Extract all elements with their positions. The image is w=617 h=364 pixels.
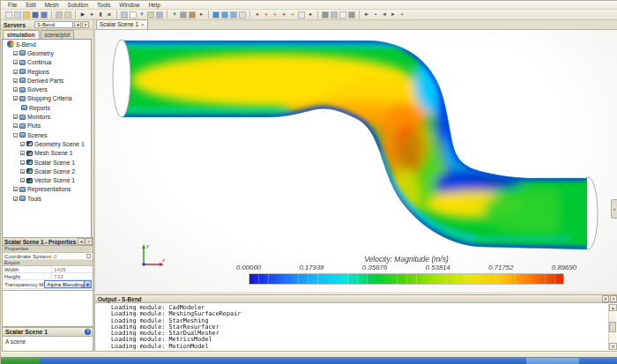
help-icon[interactable]: ?	[85, 329, 91, 335]
marker-icon[interactable]: ▪	[398, 11, 405, 19]
panel-dock-button[interactable]: ◄	[74, 21, 81, 28]
connect-server-icon[interactable]	[14, 11, 21, 19]
highlight-icon[interactable]: ●	[289, 11, 296, 19]
start-button[interactable]	[1, 357, 40, 364]
color-sphere-icon[interactable]: ●	[280, 11, 287, 19]
new-simulation-icon[interactable]	[5, 11, 12, 19]
output-log[interactable]: Loading module: CadModelerLoading module…	[94, 303, 617, 352]
tree-expander-icon[interactable]: +	[13, 51, 18, 56]
paste-icon[interactable]	[64, 11, 71, 19]
tree-expander-icon[interactable]: +	[13, 60, 18, 64]
menu-tools[interactable]: Tools	[93, 1, 115, 9]
tree-item-geometry-scene-1[interactable]: +Geometry Scene 1	[3, 139, 91, 148]
tree-expander-icon[interactable]: +	[13, 87, 18, 92]
scroll-down-icon[interactable]: ▼	[609, 343, 617, 350]
solid-view-icon[interactable]	[348, 11, 355, 19]
tree-item-vector-scene-1[interactable]: +Vector Scene 1	[3, 175, 91, 184]
rubberband-select-icon[interactable]	[130, 11, 137, 19]
expand-scene-icon[interactable]	[221, 11, 228, 19]
menu-solution[interactable]: Solution	[63, 1, 93, 9]
properties-close-button[interactable]: ×	[85, 238, 93, 245]
dark-sphere-icon[interactable]: ●	[307, 11, 314, 19]
mannequin-icon[interactable]	[180, 11, 187, 19]
menu-window[interactable]: Window	[115, 1, 144, 9]
tree-expander-icon[interactable]: +	[13, 187, 18, 191]
new-scene-icon[interactable]	[212, 11, 219, 19]
tree-item-regions[interactable]: +Regions	[3, 67, 91, 76]
load-simulation-icon[interactable]	[23, 11, 30, 19]
filter-icon[interactable]: ▼	[138, 11, 145, 19]
tab-scene-plot[interactable]: scene/plot	[41, 30, 75, 39]
fit-view-icon[interactable]	[230, 11, 237, 19]
output-menu-button[interactable]: ▾	[602, 295, 609, 302]
scene-viewport-3d[interactable]: y x Velocity: Magnitude (m/s) 0.000000.1…	[94, 30, 617, 292]
simulation-selector[interactable]: S-Bend	[34, 21, 73, 28]
tree-item-stopping-criteria[interactable]: +Stopping Criteria	[3, 94, 91, 103]
tree-expander-icon[interactable]: +	[20, 160, 25, 165]
grid-view-icon[interactable]	[331, 11, 338, 19]
tree-item-scalar-scene-2[interactable]: +Scalar Scene 2	[3, 167, 91, 175]
rewind-icon[interactable]: ◄	[381, 11, 388, 19]
taskbar-item[interactable]	[526, 358, 579, 364]
save-all-icon[interactable]	[41, 11, 48, 19]
tree-expander-icon[interactable]: +	[13, 123, 18, 128]
properties-dock-button[interactable]: ◄	[78, 238, 85, 245]
tree-expander-icon[interactable]: +	[13, 115, 18, 119]
pan-view-icon[interactable]: ●	[271, 11, 279, 19]
stop-icon[interactable]: ■	[106, 11, 113, 19]
output-scrollbar[interactable]: ▲ ▼	[608, 304, 616, 350]
tree-item-scalar-scene-1[interactable]: +Scalar Scene 1	[3, 158, 91, 167]
menu-mesh[interactable]: Mesh	[41, 1, 63, 9]
tree-item-derived-parts[interactable]: +Derived Parts	[3, 76, 91, 85]
measure-icon[interactable]	[189, 11, 196, 19]
tree-expander-icon[interactable]: +	[20, 178, 25, 182]
rotate-view-icon[interactable]: ●	[263, 11, 270, 19]
tree-root-sbend[interactable]: S-Bend	[3, 40, 91, 48]
tree-item-tools[interactable]: +Tools	[3, 194, 91, 203]
tree-item-scenes[interactable]: -Scenes	[3, 130, 91, 139]
blank-view-icon[interactable]	[339, 11, 346, 19]
tree-item-representations[interactable]: +Representations	[3, 185, 91, 194]
export-section[interactable]: Export	[3, 260, 93, 267]
tree-expander-icon[interactable]: +	[20, 169, 25, 174]
run-icon[interactable]: ●	[88, 11, 95, 19]
tree-expander-icon[interactable]: +	[20, 142, 25, 146]
tree-item-continua[interactable]: +Continua	[3, 58, 91, 67]
record-icon[interactable]: ▪	[372, 11, 379, 19]
tab-scalar-scene-1[interactable]: Scalar Scene 1 ×	[96, 19, 148, 29]
tree-item-mesh-scene-1[interactable]: +Mesh Scene 1	[3, 149, 91, 158]
tree-item-plots[interactable]: +Plots	[3, 122, 91, 130]
tree-expander-icon[interactable]: -	[13, 133, 18, 137]
tree-item-geometry[interactable]: +Geometry	[3, 48, 91, 57]
properties-section[interactable]: Properties	[3, 246, 93, 253]
save-icon[interactable]	[32, 11, 39, 19]
outline-view-icon[interactable]	[239, 11, 246, 19]
simulation-tree[interactable]: S-Bend +Geometry+Continua+Regions+Derive…	[2, 39, 92, 253]
tree-expander-icon[interactable]: +	[13, 96, 18, 100]
coordinate-systems-checkbox[interactable]	[86, 254, 91, 258]
close-icon[interactable]: ×	[141, 22, 145, 28]
copy-icon[interactable]	[56, 11, 63, 19]
table-icon[interactable]	[156, 11, 163, 19]
step-forward-icon[interactable]: ►	[363, 11, 370, 19]
tree-item-reports[interactable]: Reports	[3, 103, 91, 112]
step-icon[interactable]: ▶	[79, 11, 86, 19]
tree-expander-icon[interactable]: +	[13, 78, 18, 83]
probe-icon[interactable]	[147, 11, 154, 19]
menu-help[interactable]: Help	[144, 1, 164, 9]
cylinder-icon[interactable]	[298, 11, 305, 19]
collapsed-panel-grip[interactable]: ●	[611, 199, 617, 219]
fast-forward-icon[interactable]: ►	[390, 11, 397, 19]
tree-item-monitors[interactable]: +Monitors	[3, 112, 91, 121]
transparency-mode-dropdown[interactable]: Alpha Blending ▼	[44, 280, 92, 288]
menu-file[interactable]: File	[4, 1, 21, 9]
panel-menu-button[interactable]: ▾	[82, 21, 89, 28]
tree-expander-icon[interactable]: +	[13, 70, 18, 74]
menu-edit[interactable]: Edit	[21, 1, 40, 9]
scroll-up-icon[interactable]: ▲	[609, 304, 617, 311]
snapshot-icon[interactable]	[322, 11, 329, 19]
tree-expander-icon[interactable]: +	[13, 197, 18, 201]
scrollbar-thumb[interactable]	[609, 322, 616, 332]
tree-expander-icon[interactable]: +	[20, 151, 25, 155]
tree-item-solvers[interactable]: +Solvers	[3, 85, 91, 93]
